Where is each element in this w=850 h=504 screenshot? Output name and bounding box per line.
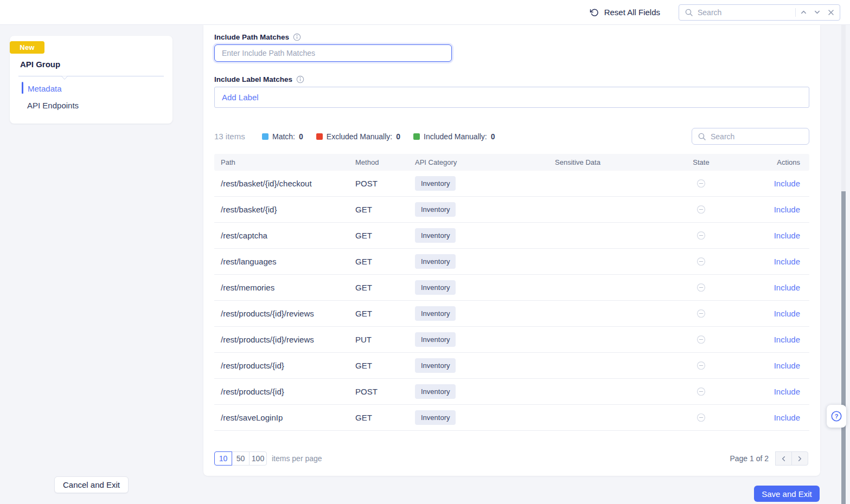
top-bar: Reset All Fields — [0, 0, 850, 25]
row-state — [664, 335, 738, 344]
row-state — [664, 283, 738, 292]
include-link[interactable]: Include — [774, 257, 800, 266]
sidebar-item-metadata[interactable]: Metadata — [28, 84, 62, 93]
api-category-badge: Inventory — [415, 410, 456, 425]
row-path: /rest/products/{id}/reviews — [214, 335, 355, 344]
include-link[interactable]: Include — [774, 387, 800, 396]
row-method: GET — [355, 413, 415, 422]
include-link[interactable]: Include — [774, 335, 800, 344]
page-size-selector: 10 50 100 — [214, 451, 267, 466]
state-minus-circle-icon[interactable] — [696, 361, 706, 370]
api-category-badge: Inventory — [415, 384, 456, 399]
row-actions: Include — [738, 335, 809, 344]
state-minus-circle-icon[interactable] — [696, 205, 706, 214]
state-minus-circle-icon[interactable] — [696, 231, 706, 240]
scrollbar-thumb[interactable] — [841, 191, 846, 504]
pagination-bar: 10 50 100 items per page Page 1 of 2 — [214, 451, 808, 466]
search-icon — [685, 8, 693, 17]
state-minus-circle-icon[interactable] — [696, 283, 706, 292]
column-header-path: Path — [214, 158, 355, 166]
active-item-indicator — [22, 82, 23, 94]
state-minus-circle-icon[interactable] — [696, 179, 706, 188]
sidebar-divider — [18, 76, 164, 76]
table-search-input[interactable] — [711, 132, 809, 141]
row-api-category: Inventory — [415, 176, 491, 191]
row-path: /rest/basket/{id}/checkout — [214, 179, 355, 188]
row-actions: Include — [738, 309, 809, 318]
row-state — [664, 205, 738, 214]
include-link[interactable]: Include — [774, 179, 800, 188]
row-method: GET — [355, 257, 415, 266]
included-swatch — [413, 133, 420, 140]
row-path: /rest/products/{id} — [214, 387, 355, 396]
api-category-badge: Inventory — [415, 280, 456, 295]
previous-page-button[interactable] — [775, 451, 792, 466]
table-row: /rest/products/{id} POST Inventory Inclu… — [214, 379, 809, 405]
info-icon[interactable] — [296, 75, 304, 83]
row-method: GET — [355, 283, 415, 292]
api-category-badge: Inventory — [415, 306, 456, 321]
cancel-and-exit-button[interactable]: Cancel and Exit — [54, 476, 129, 493]
page-info: Page 1 of 2 — [730, 454, 769, 463]
api-category-badge: Inventory — [415, 358, 456, 373]
search-next-button[interactable] — [810, 5, 824, 20]
include-link[interactable]: Include — [774, 283, 800, 292]
include-link[interactable]: Include — [774, 413, 800, 422]
question-mark-icon: ? — [830, 410, 842, 422]
row-method: POST — [355, 387, 415, 396]
page-size-10-button[interactable]: 10 — [214, 451, 232, 466]
row-method: PUT — [355, 335, 415, 344]
include-link[interactable]: Include — [774, 231, 800, 240]
help-button[interactable]: ? — [827, 405, 846, 428]
state-minus-circle-icon[interactable] — [696, 309, 706, 318]
reset-all-fields-label: Reset All Fields — [604, 8, 660, 17]
table-row: /rest/captcha GET Inventory Include — [214, 223, 809, 249]
endpoints-table: Path Method API Category Sensitive Data … — [214, 154, 809, 431]
include-link[interactable]: Include — [774, 205, 800, 214]
state-minus-circle-icon[interactable] — [696, 387, 706, 396]
legend-excluded-manually: Excluded Manually: 0 — [316, 132, 400, 141]
undo-icon — [590, 8, 599, 17]
row-actions: Include — [738, 257, 809, 266]
api-category-badge: Inventory — [415, 202, 456, 217]
add-label-button[interactable]: Add Label — [222, 93, 259, 102]
svg-text:?: ? — [835, 413, 839, 419]
info-icon[interactable] — [293, 33, 301, 41]
row-actions: Include — [738, 179, 809, 188]
api-category-badge: Inventory — [415, 332, 456, 347]
state-legend: Match: 0 Excluded Manually: 0 Included M… — [262, 132, 495, 141]
save-and-exit-button[interactable]: Save and Exit — [754, 486, 820, 502]
row-api-category: Inventory — [415, 228, 491, 243]
include-link[interactable]: Include — [774, 361, 800, 370]
row-path: /rest/languages — [214, 257, 355, 266]
divider-caret-icon — [61, 76, 68, 80]
legend-excluded-count: 0 — [396, 132, 400, 141]
row-path: /rest/saveLoginIp — [214, 413, 355, 422]
column-header-actions: Actions — [738, 158, 809, 166]
search-separator — [795, 8, 796, 17]
search-prev-button[interactable] — [797, 5, 810, 20]
table-row: /rest/memories GET Inventory Include — [214, 275, 809, 301]
page-size-100-button[interactable]: 100 — [249, 451, 267, 466]
legend-match: Match: 0 — [262, 132, 303, 141]
table-row: /rest/products/{id}/reviews GET Inventor… — [214, 301, 809, 327]
row-path: /rest/captcha — [214, 231, 355, 240]
state-minus-circle-icon[interactable] — [696, 335, 706, 344]
state-minus-circle-icon[interactable] — [696, 413, 706, 422]
reset-all-fields-button[interactable]: Reset All Fields — [590, 8, 660, 17]
page-navigation: Page 1 of 2 — [730, 451, 808, 466]
include-path-matches-input[interactable] — [214, 44, 452, 62]
page-size-50-button[interactable]: 50 — [232, 451, 250, 466]
search-close-button[interactable] — [824, 5, 838, 20]
state-minus-circle-icon[interactable] — [696, 257, 706, 266]
legend-match-count: 0 — [299, 132, 303, 141]
row-api-category: Inventory — [415, 202, 491, 217]
include-link[interactable]: Include — [774, 309, 800, 318]
next-page-button[interactable] — [791, 451, 808, 466]
legend-excluded-label: Excluded Manually: — [327, 132, 392, 141]
include-label-matches-label: Include Label Matches — [214, 75, 292, 83]
sidebar-item-api-endpoints[interactable]: API Endpoints — [27, 101, 79, 110]
row-state — [664, 413, 738, 422]
new-badge: New — [10, 41, 44, 54]
global-search-input[interactable] — [698, 8, 794, 17]
